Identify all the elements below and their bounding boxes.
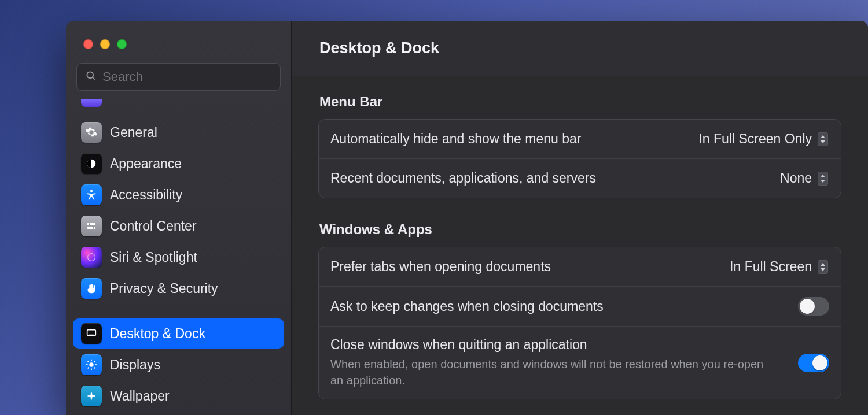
autohide-menubar-popup[interactable]: In Full Screen Only <box>694 130 829 148</box>
row-label: Automatically hide and show the menu bar <box>330 131 581 147</box>
row-recent-documents: Recent documents, applications, and serv… <box>319 158 841 198</box>
close-windows-switch[interactable] <box>798 354 829 372</box>
sidebar-item-label: Wallpaper <box>110 388 170 404</box>
accessibility-icon <box>81 184 102 205</box>
desktop-dock-icon <box>81 323 102 344</box>
sidebar-item-desktop-dock[interactable]: Desktop & Dock <box>73 318 284 349</box>
updown-icon <box>818 172 828 186</box>
row-prefer-tabs: Prefer tabs when opening documents In Fu… <box>319 247 841 286</box>
content: Desktop & Dock Menu Bar Automatically hi… <box>292 21 868 415</box>
minimize-window-button[interactable] <box>100 39 110 49</box>
hand-icon <box>81 278 102 299</box>
search-icon <box>85 70 97 84</box>
sidebar-item-label: Siri & Spotlight <box>110 250 197 265</box>
search-input[interactable] <box>102 69 272 84</box>
sidebar-item-label: Appearance <box>110 156 182 172</box>
svg-point-3 <box>90 190 93 192</box>
row-autohide-menubar: Automatically hide and show the menu bar… <box>319 120 841 158</box>
wallpaper-icon <box>81 386 102 406</box>
siri-icon <box>81 247 102 268</box>
content-scroll[interactable]: Menu Bar Automatically hide and show the… <box>292 76 868 415</box>
screen-time-icon <box>81 99 102 107</box>
sidebar-item-appearance[interactable]: Appearance <box>73 149 284 179</box>
svg-point-7 <box>93 227 94 229</box>
ask-keep-changes-switch[interactable] <box>798 297 829 316</box>
zoom-window-button[interactable] <box>117 39 127 49</box>
sidebar-item-label: Desktop & Dock <box>110 326 205 342</box>
svg-point-8 <box>88 254 95 261</box>
sidebar-item-control-center[interactable]: Control Center <box>73 211 284 241</box>
row-sublabel: When enabled, open documents and windows… <box>330 356 770 388</box>
section-header-windows-apps: Windows & Apps <box>319 221 841 238</box>
updown-icon <box>818 132 828 146</box>
row-label: Ask to keep changes when closing documen… <box>330 299 604 314</box>
svg-point-0 <box>87 72 93 78</box>
windows-apps-card: Prefer tabs when opening documents In Fu… <box>318 247 841 399</box>
sidebar-item-label: Displays <box>110 357 160 373</box>
sidebar-item-label: Control Center <box>110 218 197 234</box>
sidebar-item-label: Accessibility <box>110 187 182 203</box>
svg-line-19 <box>94 361 95 362</box>
sidebar-item-privacy-security[interactable]: Privacy & Security <box>73 273 284 303</box>
section-header-menubar: Menu Bar <box>319 94 841 110</box>
updown-icon <box>818 260 828 274</box>
recent-documents-popup[interactable]: None <box>775 169 829 187</box>
switch-knob <box>800 299 815 314</box>
row-close-windows: Close windows when quitting an applicati… <box>319 326 841 399</box>
row-label: Recent documents, applications, and serv… <box>330 171 596 186</box>
row-label: Prefer tabs when opening documents <box>330 259 551 275</box>
sidebar-item-general[interactable]: General <box>73 117 284 147</box>
sidebar-item-displays[interactable]: Displays <box>73 350 284 380</box>
row-label: Close windows when quitting an applicati… <box>330 337 770 353</box>
settings-window: General Appearance Accessibility Control… <box>66 21 868 415</box>
popup-value: In Full Screen <box>730 259 812 275</box>
gear-icon <box>81 122 102 143</box>
titlebar: Desktop & Dock <box>292 21 868 76</box>
sidebar-item-label: Privacy & Security <box>110 281 218 297</box>
sidebar-item-label: General <box>110 125 157 140</box>
popup-value: None <box>780 171 812 186</box>
control-center-icon <box>81 216 102 236</box>
svg-line-1 <box>93 77 95 80</box>
svg-point-11 <box>89 362 93 366</box>
svg-point-6 <box>89 223 90 225</box>
svg-rect-10 <box>89 335 94 336</box>
sidebar-item-siri-spotlight[interactable]: Siri & Spotlight <box>73 242 284 272</box>
displays-icon <box>81 354 102 375</box>
page-title: Desktop & Dock <box>319 39 439 57</box>
sidebar-item-partial[interactable] <box>79 99 278 107</box>
search-field[interactable] <box>76 63 281 91</box>
popup-value: In Full Screen Only <box>698 131 812 147</box>
close-window-button[interactable] <box>83 39 93 49</box>
sidebar-nav: General Appearance Accessibility Control… <box>66 97 291 415</box>
prefer-tabs-popup[interactable]: In Full Screen <box>725 258 829 276</box>
appearance-icon <box>81 153 102 174</box>
sidebar: General Appearance Accessibility Control… <box>66 21 292 415</box>
row-ask-keep-changes: Ask to keep changes when closing documen… <box>319 286 841 326</box>
svg-line-16 <box>88 361 89 362</box>
sidebar-item-wallpaper[interactable]: Wallpaper <box>73 381 284 411</box>
window-controls <box>66 27 291 63</box>
menubar-card: Automatically hide and show the menu bar… <box>318 119 841 198</box>
switch-knob <box>812 355 827 370</box>
svg-line-17 <box>94 368 95 369</box>
sidebar-item-accessibility[interactable]: Accessibility <box>73 180 284 210</box>
svg-line-18 <box>88 368 89 369</box>
